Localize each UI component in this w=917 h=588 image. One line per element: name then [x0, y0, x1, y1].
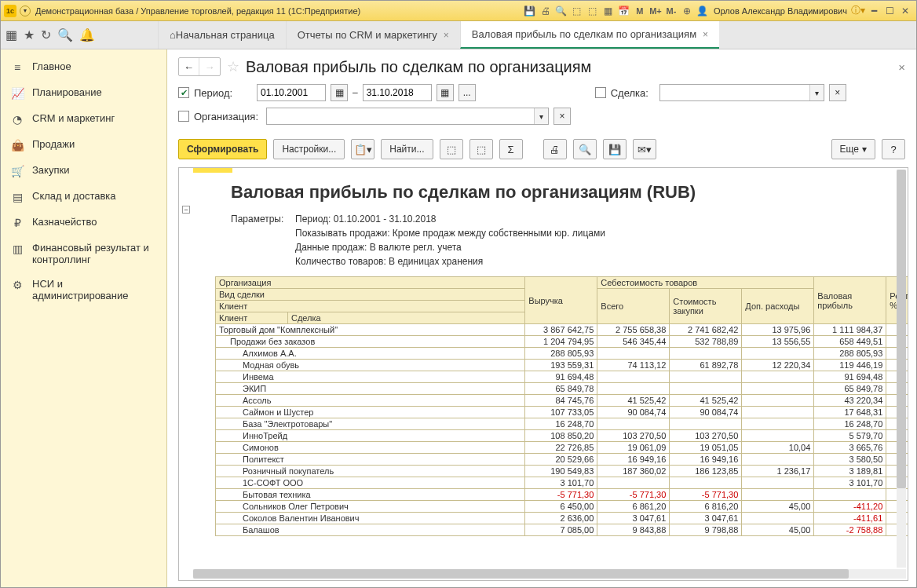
calendar-icon[interactable]: 📅	[617, 4, 631, 18]
home-icon: ⌂	[170, 29, 176, 41]
table-row[interactable]: Торговый дом "Комплексный"3 867 642,752 …	[216, 324, 908, 336]
doc-out-icon[interactable]: ⬚	[586, 4, 600, 18]
deal-dropdown-icon[interactable]: ▾	[809, 85, 824, 100]
sidebar-item-stock[interactable]: ▤Склад и доставка	[1, 184, 166, 210]
memory-mminus-icon[interactable]: M-	[664, 4, 678, 18]
row-value: 6 816,20	[670, 501, 742, 513]
sidebar-item-planning[interactable]: 📈Планирование	[1, 80, 166, 106]
history-icon[interactable]: ↻	[41, 27, 51, 42]
page-close-icon[interactable]: ×	[898, 60, 905, 74]
search-icon[interactable]: 🔍	[57, 27, 73, 42]
row-value: 108 850,20	[525, 430, 597, 442]
favorite-icon[interactable]: ★	[24, 27, 35, 42]
deal-checkbox[interactable]	[595, 87, 606, 98]
sidebar-item-sales[interactable]: 👜Продажи	[1, 132, 166, 158]
info-icon[interactable]: ⓘ▾	[851, 4, 865, 18]
date-to-input[interactable]	[363, 84, 432, 101]
row-value: 10,04	[742, 442, 814, 454]
main-area: ← → ☆ Валовая прибыль по сделкам по орга…	[167, 49, 916, 588]
date-from-input[interactable]	[257, 84, 326, 101]
minimize-icon[interactable]: ━	[867, 4, 881, 18]
org-checkbox[interactable]	[178, 111, 189, 122]
table-row[interactable]: Сольников Олег Петрович6 450,006 861,206…	[216, 501, 908, 513]
table-row[interactable]: ЭКИП65 849,7865 849,78100,00	[216, 383, 908, 395]
favorite-star-icon[interactable]: ☆	[227, 58, 239, 75]
sidebar-item-treasury[interactable]: ₽Казначейство	[1, 210, 166, 236]
table-row[interactable]: Модная обувь193 559,3174 113,1261 892,78…	[216, 360, 908, 371]
period-checkbox[interactable]: ✔	[178, 87, 189, 98]
row-value	[597, 348, 670, 360]
expand-button[interactable]: ⬚	[440, 139, 463, 159]
tab-home[interactable]: ⌂ Начальная страница	[158, 21, 286, 49]
form-button[interactable]: Сформировать	[178, 139, 267, 159]
table-row[interactable]: Балашов7 085,009 843,889 798,8845,00-2 7…	[216, 524, 908, 536]
vertical-scrollbar[interactable]	[897, 170, 906, 568]
apps-icon[interactable]: ▦	[5, 27, 17, 42]
deal-clear-button[interactable]: ×	[829, 84, 846, 101]
nav-back-button[interactable]: ←	[179, 58, 199, 75]
sidebar-item-admin[interactable]: ⚙НСИ и администрирование	[1, 272, 166, 308]
tab-reports-crm[interactable]: Отчеты по CRM и маркетингу ×	[286, 21, 460, 49]
tab-gross-profit[interactable]: Валовая прибыль по сделкам по организаци…	[460, 21, 719, 49]
org-combo[interactable]: ▾	[266, 108, 549, 125]
row-value: 1 204 794,95	[525, 336, 597, 348]
sidebar-item-purchase[interactable]: 🛒Закупки	[1, 158, 166, 184]
save-icon[interactable]: 💾	[523, 4, 537, 18]
table-row[interactable]: Политекст20 529,6616 949,1616 949,163 58…	[216, 454, 908, 466]
tab-close-icon[interactable]: ×	[703, 29, 708, 40]
sidebar-item-finresult[interactable]: ▥Финансовый результат и контроллинг	[1, 236, 166, 272]
table-row[interactable]: Алхимов А.А.288 805,93288 805,93100,00	[216, 348, 908, 360]
table-row[interactable]: Продажи без заказов1 204 794,95546 345,4…	[216, 336, 908, 348]
date-to-picker-icon[interactable]: ▦	[437, 84, 454, 101]
preview-icon[interactable]: 🔍	[554, 4, 568, 18]
help-button[interactable]: ?	[882, 139, 905, 159]
deal-combo[interactable]: ▾	[659, 84, 824, 101]
save-report-button[interactable]: 💾	[603, 139, 627, 159]
period-more-button[interactable]: ...	[458, 84, 476, 101]
col-client2: Клиент	[216, 312, 288, 324]
table-row[interactable]: Инвема91 694,4891 694,48100,00	[216, 371, 908, 383]
table-row[interactable]: ИнноТрейд108 850,20103 270,50103 270,505…	[216, 430, 908, 442]
org-clear-button[interactable]: ×	[553, 108, 571, 125]
table-row[interactable]: Бытовая техника-5 771,30-5 771,30-5 771,…	[216, 489, 908, 501]
report-toolbar: Сформировать Настройки... 📋▾ Найти... ⬚ …	[167, 134, 916, 164]
horizontal-scrollbar[interactable]	[193, 569, 906, 579]
table-row[interactable]: Соколов Валентин Иванович2 636,003 047,6…	[216, 513, 908, 524]
deal-input[interactable]	[660, 85, 809, 100]
zoom-icon[interactable]: ⊕	[680, 4, 694, 18]
sum-button[interactable]: Σ	[499, 139, 523, 159]
mail-button[interactable]: ✉▾	[633, 139, 656, 159]
close-window-icon[interactable]: ✕	[898, 4, 912, 18]
table-row[interactable]: 1С-СОФТ ООО3 101,703 101,70100,00	[216, 477, 908, 489]
maximize-icon[interactable]: ☐	[882, 4, 897, 18]
table-row[interactable]: Саймон и Шустер107 733,0590 084,7490 084…	[216, 407, 908, 418]
col-cost: Себестоимость товаров	[597, 277, 814, 289]
find-button[interactable]: Найти...	[381, 139, 433, 159]
calc-icon[interactable]: ▦	[601, 4, 616, 18]
app-menu-dropdown[interactable]: ▾	[20, 5, 31, 16]
org-input[interactable]	[267, 108, 534, 124]
collapse-button[interactable]: ⬚	[469, 139, 493, 159]
tab-close-icon[interactable]: ×	[444, 30, 449, 41]
sidebar-item-crm[interactable]: ◔CRM и маркетинг	[1, 106, 166, 132]
fold-params[interactable]: −	[182, 206, 190, 214]
date-from-picker-icon[interactable]: ▦	[331, 84, 348, 101]
report-scroll[interactable]: − Валовая прибыль по сделкам по организа…	[179, 168, 908, 580]
table-row[interactable]: Симонов22 726,8519 061,0919 051,0510,043…	[216, 442, 908, 454]
table-row[interactable]: Ассоль84 745,7641 525,4241 525,4243 220,…	[216, 395, 908, 407]
sidebar-item-main[interactable]: ≡Главное	[1, 54, 166, 80]
org-dropdown-icon[interactable]: ▾	[534, 108, 548, 124]
table-row[interactable]: База "Электротовары"16 248,7016 248,7010…	[216, 418, 908, 430]
settings-button[interactable]: Настройки...	[273, 139, 345, 159]
memory-mplus-icon[interactable]: M+	[648, 4, 663, 18]
nav-forward-button[interactable]: →	[199, 58, 220, 75]
print-icon[interactable]: 🖨	[539, 4, 553, 18]
doc-in-icon[interactable]: ⬚	[570, 4, 584, 18]
table-row[interactable]: Розничный покупатель190 549,83187 360,02…	[216, 466, 908, 477]
print-button[interactable]: 🖨	[543, 139, 567, 159]
variants-button[interactable]: 📋▾	[351, 139, 374, 159]
more-button[interactable]: Еще ▾	[831, 139, 875, 159]
notifications-icon[interactable]: 🔔	[79, 27, 95, 42]
memory-m-icon[interactable]: M	[633, 4, 647, 18]
preview-button[interactable]: 🔍	[573, 139, 597, 159]
